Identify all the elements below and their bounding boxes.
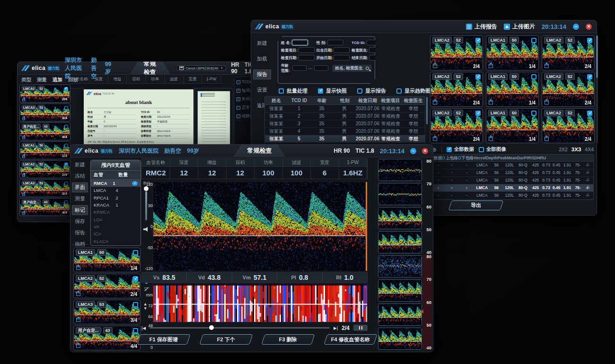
snapshot-thumb[interactable]: LMCA353 3/4: [19, 104, 70, 121]
param-column[interactable]: 血管名称RMC2: [142, 159, 170, 179]
all-images-checkbox[interactable]: [479, 147, 484, 152]
snapshot-thumb[interactable]: LMCA150 1/4: [486, 35, 539, 70]
minimize-button[interactable]: −: [573, 24, 579, 30]
spectral-display[interactable]: [153, 182, 368, 271]
snapshot-thumb[interactable]: LMCA252 2/4: [542, 72, 595, 107]
sidebar-item[interactable]: 设置: [253, 85, 271, 95]
trash-icon[interactable]: [545, 100, 549, 104]
form-input[interactable]: [327, 40, 343, 45]
thumb-checkbox[interactable]: [531, 74, 536, 79]
trash-icon[interactable]: [433, 137, 437, 141]
expand-icon[interactable]: −: [237, 114, 240, 118]
snapshot-thumb[interactable]: LMCA353 3/4: [19, 179, 70, 197]
thumb-checkbox[interactable]: [64, 163, 68, 166]
filter-option[interactable]: 显示报告: [357, 87, 386, 95]
close-button[interactable]: ✕: [586, 24, 592, 30]
expand-icon[interactable]: −: [237, 106, 240, 110]
thumb-checkbox[interactable]: [64, 106, 68, 110]
measurement-row[interactable]: ----LMCA56120L80-Q4250.730.451.9175--/-: [421, 184, 593, 192]
thumb-checkbox[interactable]: [587, 38, 592, 43]
age-min-input[interactable]: [292, 65, 307, 71]
snapshot-thumb[interactable]: LMCA150 1/4: [486, 108, 539, 143]
close-button[interactable]: ✕: [422, 148, 428, 154]
thumb-checkbox[interactable]: [531, 111, 536, 116]
thumb-checkbox[interactable]: [64, 144, 68, 147]
patient-row[interactable]: 张某某235男2020.07.06常规检查李想: [265, 113, 425, 120]
thumb-checkbox[interactable]: [133, 302, 138, 307]
age-max-input[interactable]: [314, 65, 328, 71]
snapshot-thumb[interactable]: LMCA252 2/4: [430, 72, 483, 107]
tab-exam-mode[interactable]: 常规检查: [233, 145, 286, 157]
trash-icon[interactable]: [433, 64, 437, 68]
thumb-checkbox[interactable]: [531, 38, 536, 43]
thumb-checkbox[interactable]: [133, 328, 138, 333]
snapshot-thumb[interactable]: LMCA353 3/4: [73, 300, 141, 324]
all-data-option[interactable]: 全部数据: [447, 146, 474, 153]
form-input[interactable]: [369, 47, 385, 53]
expand-icon[interactable]: +: [237, 89, 240, 93]
channel-thumbnail[interactable]: [378, 303, 422, 326]
playback-slider[interactable]: [149, 327, 330, 329]
filter-option[interactable]: 批量处理: [279, 87, 308, 95]
channel-thumbnail[interactable]: [378, 231, 422, 253]
measurement-row[interactable]: ----LMCA56120L80-Q4250.730.451.9175--/-: [421, 162, 593, 169]
trash-icon[interactable]: [22, 117, 25, 120]
patient-row[interactable]: 张某某535男2020.07.06常规检查李想: [265, 135, 425, 143]
channel-thumbnail[interactable]: [378, 255, 422, 277]
vessel-row[interactable]: VA✓: [91, 223, 141, 230]
fkey-button[interactable]: F1 保存图谱: [137, 334, 190, 345]
filter-option[interactable]: 显示趋势图: [396, 87, 430, 95]
trash-icon[interactable]: [433, 100, 437, 104]
param-column[interactable]: 增益12: [198, 159, 227, 179]
mmode-display[interactable]: [153, 284, 368, 322]
thumb-checkbox[interactable]: [133, 250, 138, 255]
trash-icon[interactable]: [545, 137, 549, 141]
playback-knob[interactable]: [209, 325, 214, 330]
param-column[interactable]: 容积12: [227, 159, 255, 179]
form-input[interactable]: [334, 47, 350, 53]
filter-icon[interactable]: ▽: [144, 286, 148, 291]
filter-checkbox[interactable]: [357, 88, 362, 94]
form-input[interactable]: [369, 55, 385, 61]
layout-option[interactable]: 4X4: [585, 147, 594, 152]
snapshot-thumb[interactable]: LMCA252 2/4: [73, 274, 141, 298]
form-input[interactable]: [299, 55, 315, 61]
sidebar-item[interactable]: 病档: [72, 239, 88, 245]
tab-item[interactable]: 追加: [53, 77, 62, 85]
thumb-checkbox[interactable]: [587, 111, 592, 116]
vessel-row[interactable]: ICA✓: [91, 230, 141, 237]
layout-option[interactable]: 2X2: [559, 147, 568, 152]
thumb-checkbox[interactable]: [587, 74, 592, 79]
vessel-row[interactable]: LMCA4✓: [91, 187, 141, 194]
upload-image-button[interactable]: 上传图片: [504, 23, 535, 31]
vessel-row[interactable]: RMCA1✓: [91, 180, 141, 187]
patient-row[interactable]: 张某某135男2020.07.06常规检查李想: [265, 105, 425, 113]
filter-option[interactable]: 显示快照: [318, 87, 347, 95]
trash-icon[interactable]: [545, 64, 549, 68]
snapshot-thumb[interactable]: 用户自定...43 4/4: [19, 198, 70, 216]
tab-exam-mode[interactable]: 常规检查: [130, 62, 171, 75]
stepper-icons[interactable]: ▲▼: [143, 302, 147, 311]
thumb-checkbox[interactable]: [475, 111, 481, 116]
snapshot-thumb[interactable]: LMCA252 2/4: [430, 108, 483, 143]
trash-icon[interactable]: [22, 193, 25, 196]
search-box[interactable]: 姓名, 检查医生: [332, 65, 372, 72]
filter-checkbox[interactable]: [396, 88, 402, 94]
snapshot-thumb[interactable]: 用户自定...43 4/4: [73, 326, 141, 350]
trash-icon[interactable]: [76, 292, 80, 296]
trash-icon[interactable]: [22, 155, 25, 158]
upload-report-button[interactable]: 上传报告: [466, 23, 497, 31]
measurement-row[interactable]: ----LMCA56120L80-Q4250.730.451.9175--/-: [421, 169, 593, 177]
param-column[interactable]: 1-PW1.6HZ: [339, 159, 368, 179]
trash-icon[interactable]: [489, 100, 493, 104]
sidebar-item[interactable]: 新建: [253, 38, 271, 48]
thumb-checkbox[interactable]: [133, 276, 138, 281]
vessel-row[interactable]: KLACA✓: [91, 237, 141, 244]
snapshot-thumb[interactable]: 用户自定...43 4/4: [19, 122, 70, 140]
measurement-row[interactable]: ----LMCA56120L80-Q4250.730.451.9175--/-: [421, 177, 593, 184]
vessel-row[interactable]: LOA✓: [91, 216, 141, 223]
fkey-button[interactable]: F3 删除: [261, 334, 315, 345]
grid-scrollbar[interactable]: [596, 35, 598, 143]
snapshot-thumb[interactable]: LMCA252 2/4: [19, 85, 70, 103]
measurement-row[interactable]: ----LMCA56120L80-Q4250.730.451.9175--/-: [421, 192, 593, 199]
